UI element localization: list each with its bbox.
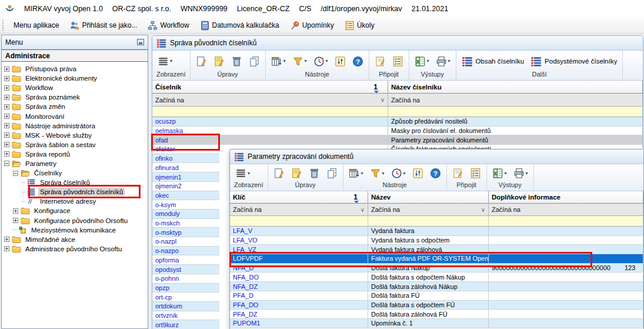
history-clock-button[interactable]: ▾ — [390, 167, 407, 180]
sidebar-item-internetov-adresy[interactable]: //Internetové adresy — [2, 197, 148, 206]
sidebar-item-elektronick-dokumenty[interactable]: Elektronické dokumenty — [2, 74, 148, 83]
toolbar-button-obsah-seln-ku[interactable]: Obsah číselníku — [461, 55, 525, 68]
table-row-NFA_D[interactable]: NFA_DDošlá faktura Nákup9000000000000000… — [230, 264, 643, 273]
expand-icon[interactable] — [13, 208, 18, 214]
sidebar-item-spr-va-pozn-mek[interactable]: Správa poznámek — [2, 92, 148, 102]
view-list-button[interactable]: ▾ — [156, 55, 173, 68]
copy-record-button[interactable] — [325, 167, 339, 180]
sidebar-item-spr-va-seln-k[interactable]: Správa číselníků — [2, 178, 148, 187]
sidebar-item-workflow[interactable]: Workflow — [2, 83, 148, 92]
sidebar-item-monitorov-n[interactable]: Monitorování — [2, 111, 148, 121]
columns-sort-button[interactable]: ▾ — [348, 167, 365, 180]
filter-button[interactable]: ▾ — [291, 55, 308, 68]
filter-cell-n-zev[interactable]: Začíná na∨ — [368, 204, 489, 216]
sidebar-item-spr-va-p-vodn-ch-seln-k[interactable]: Správa původních číselníků — [2, 187, 148, 197]
sidebar-item-p-stupov-pr-va[interactable]: Přístupová práva — [2, 64, 148, 74]
excel-export-button[interactable]: x▾ — [413, 55, 431, 68]
table-row-LFA_VZ[interactable]: LFA_VZVydaná faktura zálohová — [230, 245, 643, 254]
entry-cell[interactable] — [152, 107, 388, 117]
table-row-LFA_V[interactable]: LFA_VVydaná faktura — [230, 227, 643, 236]
table-row-oelmaska[interactable]: oelmaskaMasky pro číslování el. dokument… — [152, 127, 643, 136]
menubar-item-p-ihl-sit-se-jako[interactable]: Přihlásit se jako... — [66, 19, 141, 32]
table-row-NFA_DZ[interactable]: NFA_DZDošlá faktura zálohová Nákup — [230, 282, 643, 291]
collapse-panel-icon[interactable] — [137, 39, 144, 45]
expand-icon[interactable] — [4, 237, 9, 242]
menubar-item-koly[interactable]: Úkoly — [341, 19, 378, 32]
column-header-dopl-kov-informace[interactable]: Doplňkové informace — [489, 191, 643, 204]
sidebar-item-spr-va-ablon-a-sestav[interactable]: Správa šablon a sestav — [2, 140, 148, 149]
sidebar-item-spr-va-zm-n[interactable]: Správa změn — [2, 102, 148, 111]
expand-icon[interactable] — [13, 218, 18, 223]
expand-icon[interactable] — [4, 142, 9, 147]
table-row-PUPOM1[interactable]: PUPOM1Upomínka č. 1 — [230, 319, 643, 328]
filter-cell-kl-[interactable]: Začíná na∨ — [230, 204, 368, 216]
parameters-button[interactable] — [333, 55, 347, 68]
sidebar-item-seln-ky[interactable]: Číselníky — [2, 168, 148, 178]
help-button[interactable]: ? — [351, 55, 365, 68]
entry-cell[interactable] — [368, 216, 489, 227]
column-header-n-zev[interactable]: Název — [368, 191, 489, 204]
expand-icon[interactable] — [4, 95, 9, 100]
print-button[interactable]: ▾ — [512, 167, 529, 180]
copy-record-button[interactable] — [248, 55, 261, 68]
history-clock-button[interactable]: ▾ — [312, 55, 329, 68]
sidebar-item-mimo-dn-akce[interactable]: Mimořádné akce — [2, 235, 148, 244]
chevron-down-icon[interactable]: ∨ — [479, 207, 485, 213]
delete-record-button[interactable] — [230, 55, 243, 68]
new-record-button[interactable] — [195, 55, 208, 68]
chevron-down-icon[interactable]: ∨ — [358, 207, 365, 213]
column-header-n-zev-seln-ku[interactable]: Název číselníku — [388, 81, 643, 94]
table-row-PFA_DO[interactable]: PFA_DODošlá faktura s odpočtem FÚ — [230, 301, 643, 310]
grid-entry-row[interactable] — [152, 107, 643, 117]
expand-icon[interactable] — [4, 104, 9, 109]
filter-button[interactable]: ▾ — [369, 167, 386, 180]
sidebar-item-parametry[interactable]: Parametry — [2, 159, 148, 168]
entry-cell[interactable] — [388, 107, 643, 117]
table-row-LOFVPDF[interactable]: LOFVPDFFaktura vydaná PDF OR-SYSTEM Open — [230, 254, 643, 264]
grid-entry-row[interactable] — [230, 216, 643, 227]
menubar-item-menu-aplikace[interactable]: Menu aplikace — [10, 19, 62, 31]
sidebar-item-konfigurace[interactable]: Konfigurace — [2, 206, 148, 215]
menubar-item-datumov-kalkula-ka[interactable]: Datumová kalkulačka — [196, 19, 283, 32]
table-row-ocuszp[interactable]: ocuszpZpůsob předávání nositelů — [152, 117, 643, 127]
new-record-button[interactable] — [272, 167, 286, 180]
edit-record-button[interactable] — [212, 55, 226, 68]
table-row-LFA_VO[interactable]: LFA_VOVydaná faktura s odpočtem — [230, 236, 643, 245]
view-list-button[interactable]: ▾ — [234, 167, 251, 180]
column-header-kl-[interactable]: Klíč1 — [230, 191, 368, 204]
filter-cell--seln-k[interactable]: Začíná na∨ — [152, 94, 388, 107]
note-button[interactable] — [373, 55, 387, 68]
expand-icon[interactable] — [4, 123, 9, 128]
menubar-item-upom-nky[interactable]: Upomínky — [286, 19, 338, 32]
filter-cell-n-zev-seln-ku[interactable]: Začíná na — [388, 94, 643, 107]
toolbar-drag-handle[interactable] — [2, 20, 5, 31]
checklist-button[interactable] — [469, 167, 482, 180]
entry-cell[interactable] — [489, 216, 643, 227]
expand-icon[interactable] — [4, 76, 9, 81]
delete-record-button[interactable] — [308, 167, 321, 180]
excel-export-button[interactable]: x▾ — [491, 167, 508, 180]
toolbar-button-podsyst-mov-seln-ky[interactable]: Podsystémové číselníky — [529, 55, 618, 68]
sidebar-item-n-stroje-administr-tora[interactable]: Nástroje administrátora — [2, 121, 148, 131]
checklist-button[interactable] — [391, 55, 405, 68]
edit-record-button[interactable] — [290, 167, 303, 180]
sidebar-item-administrace-p-vodn-ho-orsoftu[interactable]: Administrace původního Orsoftu — [2, 244, 148, 254]
expand-icon[interactable] — [4, 85, 9, 91]
chevron-down-icon[interactable]: ∨ — [378, 97, 385, 103]
note-button[interactable] — [451, 167, 465, 180]
table-row-PFA_DZ[interactable]: PFA_DZDošlá faktura zálohová FÚ — [230, 310, 643, 319]
sidebar-item-konfigurace-p-vodn-ho-orsoftu[interactable]: Konfigurace původního Orsoftu — [2, 216, 148, 225]
expand-icon[interactable] — [4, 67, 9, 72]
expand-icon[interactable] — [4, 151, 9, 157]
menubar-item-workflow[interactable]: Workflow — [144, 19, 192, 32]
expand-icon[interactable] — [4, 114, 9, 119]
collapse-icon[interactable] — [4, 161, 9, 166]
table-row-PFA_D[interactable]: PFA_DDošlá faktura FÚ — [230, 291, 643, 301]
entry-cell[interactable] — [230, 216, 368, 227]
table-row-NFA_DO[interactable]: NFA_DODošlá faktura s odpočtem Nákup — [230, 273, 643, 283]
column-header--seln-k[interactable]: Číselník1 — [152, 81, 388, 94]
sidebar-item-msk-webov-slu-by[interactable]: MSK - Webové služby — [2, 131, 148, 140]
expand-icon[interactable] — [4, 132, 9, 138]
parameters-button[interactable] — [411, 167, 425, 180]
print-button[interactable]: ▾ — [435, 55, 452, 68]
